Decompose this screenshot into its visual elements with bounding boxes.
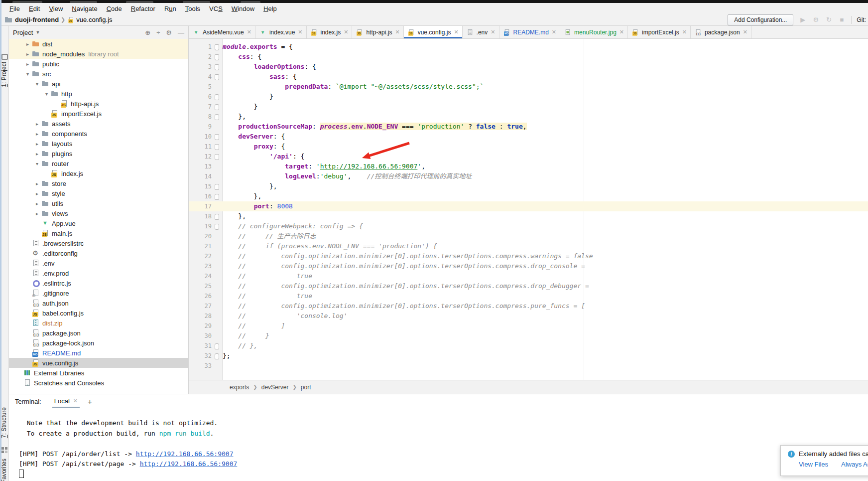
code-line-26[interactable]: 26 // true (189, 291, 868, 301)
run-icon[interactable]: ▶ (798, 16, 807, 23)
tree-item-utils[interactable]: ▸utils (9, 198, 188, 208)
chevron-expanded-icon[interactable]: ▾ (33, 161, 41, 166)
tree-item-http-api-js[interactable]: http-api.js (9, 99, 188, 109)
tree-item-app-vue[interactable]: App.vue (9, 218, 188, 228)
project-panel-title[interactable]: Project (13, 29, 33, 36)
tree-item--editorconfig[interactable]: .editorconfig (9, 248, 188, 258)
tab-menurouter-jpg[interactable]: menuRouter.jpg✕ (560, 26, 628, 38)
code-line-15[interactable]: 15 }, (189, 181, 868, 191)
notification-action-view-files[interactable]: View Files (799, 461, 828, 468)
tool-windows-icon[interactable] (1, 54, 8, 60)
code-line-9[interactable]: 9 productionSourceMap: process.env.NODE_… (189, 122, 868, 132)
tree-item--browserslistrc[interactable]: .browserslistrc (9, 238, 188, 248)
tree-item-layouts[interactable]: ▸layouts (9, 139, 188, 149)
tree-item-views[interactable]: ▸views (9, 208, 188, 218)
tab-asidemenu-vue[interactable]: AsideMenu.vue✕ (189, 26, 255, 38)
hide-icon[interactable]: — (178, 29, 184, 36)
breadcrumb-project[interactable]: duoji-frontend (15, 16, 59, 23)
chevron-collapsed-icon[interactable]: ▸ (23, 61, 32, 67)
close-icon[interactable]: ✕ (344, 29, 348, 35)
settings-icon[interactable]: ⚙ (811, 16, 820, 23)
close-icon[interactable]: ✕ (73, 398, 78, 404)
code-editor[interactable]: 1module.exports = {2 css: {3 loaderOptio… (189, 39, 868, 380)
code-line-18[interactable]: 18 }, (189, 211, 868, 221)
code-line-2[interactable]: 2 css: { (189, 52, 868, 62)
code-line-21[interactable]: 21 // if (process.env.NODE_ENV === 'prod… (189, 241, 868, 251)
editor-breadcrumb-exports[interactable]: exports (230, 384, 249, 391)
tree-item-package-lock-json[interactable]: package-lock.json (9, 338, 188, 348)
close-icon[interactable]: ✕ (247, 29, 251, 35)
code-line-8[interactable]: 8 }, (189, 112, 868, 122)
tree-item-public[interactable]: ▸public (9, 59, 188, 69)
tree-item-scratches-and-consoles[interactable]: Scratches and Consoles (9, 378, 188, 388)
menu-file[interactable]: File (5, 5, 24, 12)
chevron-collapsed-icon[interactable]: ▸ (23, 51, 32, 57)
code-line-5[interactable]: 5 prependData: `@import "~@/assets/scss/… (189, 82, 868, 92)
fold-marker-icon[interactable] (215, 343, 219, 349)
fold-marker-icon[interactable] (215, 44, 219, 50)
code-line-31[interactable]: 31 // }, (189, 341, 868, 351)
chevron-collapsed-icon[interactable]: ▸ (33, 191, 41, 196)
code-line-1[interactable]: 1module.exports = { (189, 42, 868, 52)
chevron-collapsed-icon[interactable]: ▸ (33, 181, 41, 186)
close-icon[interactable]: ✕ (682, 29, 687, 35)
new-terminal-button[interactable]: + (88, 397, 92, 406)
tree-item-package-json[interactable]: package.json (9, 328, 188, 338)
terminal-link[interactable]: http://192.168.66.56:9007 (140, 460, 238, 468)
code-line-19[interactable]: 19 // configureWebpack: config => { (189, 221, 868, 231)
close-icon[interactable]: ✕ (298, 29, 302, 35)
tab-vue-config-js[interactable]: vue.config.js✕ (404, 26, 463, 38)
menu-run[interactable]: Run (160, 5, 181, 12)
tree-item--env[interactable]: .env (9, 258, 188, 268)
breadcrumb-file[interactable]: vue.config.js (76, 16, 112, 23)
fold-marker-icon[interactable] (215, 353, 219, 359)
tree-item-node-modules[interactable]: ▸node_moduleslibrary root (9, 49, 188, 59)
fold-marker-icon[interactable] (215, 224, 219, 230)
fold-marker-icon[interactable] (215, 74, 219, 80)
tree-item--gitignore[interactable]: .gitignore (9, 288, 188, 298)
locate-icon[interactable]: ⊕ (145, 29, 150, 36)
stripe-structure-button[interactable]: 7: Structure (0, 407, 8, 438)
menu-navigate[interactable]: Navigate (67, 5, 102, 12)
code-line-17[interactable]: 17 port: 8008 (189, 201, 868, 211)
tree-item-dist-zip[interactable]: dist.zip (9, 318, 188, 328)
notification-action-always-add[interactable]: Always Add (841, 461, 868, 468)
chevron-collapsed-icon[interactable]: ▸ (33, 121, 41, 127)
menu-help[interactable]: Help (259, 5, 281, 12)
stripe-project-button[interactable]: 1: Project (0, 62, 8, 87)
fold-marker-icon[interactable] (215, 54, 219, 60)
tab-http-api-js[interactable]: http-api.js✕ (352, 26, 403, 38)
fold-marker-icon[interactable] (215, 194, 219, 200)
fold-marker-icon[interactable] (215, 144, 219, 150)
chevron-down-icon[interactable]: ▼ (35, 30, 40, 35)
chevron-collapsed-icon[interactable]: ▸ (33, 131, 41, 137)
close-icon[interactable]: ✕ (454, 29, 458, 35)
terminal-link[interactable]: http://192.168.66.56:9007 (136, 450, 234, 458)
tree-item-importexcel-js[interactable]: importExcel.js (9, 109, 188, 119)
code-line-27[interactable]: 27 // config.optimization.minimizer[0].o… (189, 301, 868, 311)
tree-item-external-libraries[interactable]: External Libraries (9, 368, 188, 378)
code-line-23[interactable]: 23 // config.optimization.minimizer[0].o… (189, 261, 868, 271)
tree-item-store[interactable]: ▸store (9, 178, 188, 188)
tree-item-babel-config-js[interactable]: babel.config.js (9, 308, 188, 318)
refresh-icon[interactable]: ↻ (824, 16, 833, 23)
tree-item-dist[interactable]: ▸dist (9, 39, 188, 49)
chevron-collapsed-icon[interactable]: ▸ (33, 211, 41, 216)
code-line-12[interactable]: 12 '/api': { (189, 152, 868, 161)
fold-marker-icon[interactable] (215, 114, 219, 120)
menu-tools[interactable]: Tools (181, 5, 205, 12)
git-widget-label[interactable]: Git: (857, 16, 866, 23)
close-icon[interactable]: ✕ (743, 29, 747, 35)
chevron-collapsed-icon[interactable]: ▸ (23, 41, 32, 47)
tree-item-plugins[interactable]: ▸plugins (9, 149, 188, 159)
tree-item-api[interactable]: ▾api (9, 79, 188, 89)
tree-item--env-prod[interactable]: .env.prod (9, 268, 188, 278)
stop-icon[interactable]: ■ (837, 16, 846, 23)
tree-item-router[interactable]: ▾router (9, 159, 188, 168)
chevron-collapsed-icon[interactable]: ▸ (33, 201, 41, 206)
chevron-expanded-icon[interactable]: ▾ (23, 71, 32, 77)
tree-item--eslintrc-js[interactable]: .eslintrc.js (9, 278, 188, 288)
menu-window[interactable]: Window (227, 5, 259, 12)
menu-refactor[interactable]: Refactor (126, 5, 160, 12)
collapse-icon[interactable]: ÷ (156, 29, 160, 36)
